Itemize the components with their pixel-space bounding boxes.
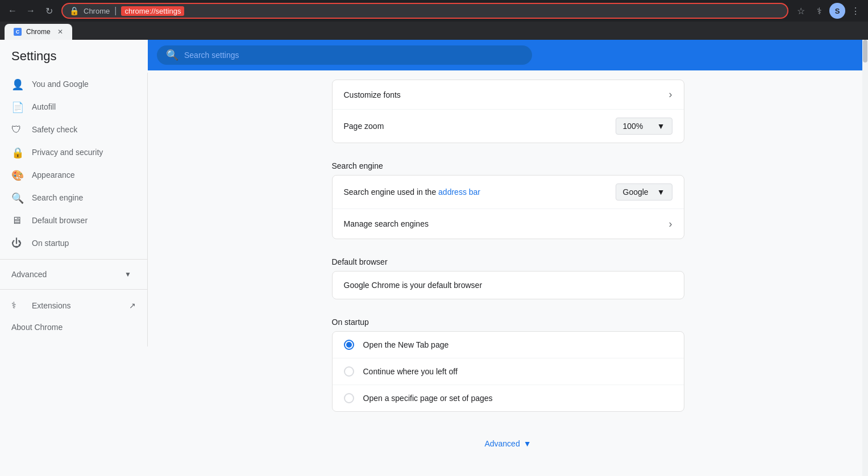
default-browser-section-title: Default browser — [332, 248, 684, 271]
search-engine-value: Google — [623, 187, 649, 197]
active-tab[interactable]: C Chrome ✕ — [5, 24, 72, 40]
appearance-card: Customize fonts › Page zoom 100% ▼ — [332, 80, 684, 143]
startup-option-continue[interactable]: Continue where you left off — [333, 358, 684, 385]
extensions-button[interactable]: ⚕ — [811, 3, 827, 19]
sidebar-label-appearance: Appearance — [32, 170, 75, 179]
page-zoom-dropdown-arrow: ▼ — [657, 122, 665, 131]
sidebar-label-on-startup: On startup — [32, 239, 69, 248]
default-browser-text: Google Chrome is your default browser — [344, 281, 483, 290]
settings-title: Settings — [11, 49, 57, 63]
startup-specific-page-label: Open a specific page or set of pages — [363, 394, 493, 403]
tab-close[interactable]: ✕ — [57, 28, 63, 36]
address-bar[interactable]: 🔒 Chrome | chrome://settings — [61, 3, 788, 19]
back-button[interactable]: ← — [5, 3, 20, 19]
shield-icon: 🛡 — [11, 124, 23, 135]
customize-fonts-row[interactable]: Customize fonts › — [333, 80, 684, 110]
startup-continue-label: Continue where you left off — [363, 367, 458, 376]
reload-button[interactable]: ↻ — [41, 3, 57, 19]
tab-title: Chrome — [26, 28, 51, 36]
startup-option-new-tab[interactable]: Open the New Tab page — [333, 332, 684, 358]
sidebar-label-you-and-google: You and Google — [32, 80, 89, 89]
browser-icon: 🖥 — [11, 215, 23, 226]
search-engine-card: Search engine used in the address bar Go… — [332, 175, 684, 239]
radio-inner-new-tab — [346, 342, 352, 348]
sidebar-label-autofill: Autofill — [32, 102, 56, 111]
nav-divider-1 — [0, 259, 147, 260]
nav-divider-2 — [0, 289, 147, 290]
sidebar-label-privacy-security: Privacy and security — [32, 148, 103, 157]
page-zoom-label: Page zoom — [344, 122, 616, 131]
sidebar-item-about-chrome[interactable]: About Chrome — [0, 317, 143, 337]
bookmark-button[interactable]: ☆ — [793, 3, 809, 19]
sidebar-label-safety-check: Safety check — [32, 125, 77, 134]
customize-fonts-arrow: › — [669, 89, 672, 101]
profile-avatar[interactable]: S — [829, 3, 845, 19]
person-icon: 👤 — [11, 78, 23, 90]
search-input[interactable] — [184, 51, 523, 60]
tab-favicon: C — [14, 28, 22, 36]
page-zoom-value: 100% — [623, 122, 643, 131]
sidebar-item-default-browser[interactable]: 🖥 Default browser — [0, 209, 143, 232]
radio-specific-page[interactable] — [344, 393, 354, 403]
sidebar: 👤 You and Google 📄 Autofill 🛡 Safety che… — [0, 73, 148, 346]
sidebar-item-advanced[interactable]: Advanced ▼ — [0, 264, 143, 285]
search-engine-label: Search engine used in the address bar — [344, 187, 616, 197]
advanced-button-arrow: ▼ — [524, 439, 531, 448]
on-startup-section-title: On startup — [332, 308, 684, 331]
search-engine-dropdown[interactable]: Google ▼ — [616, 183, 672, 201]
page-zoom-row: Page zoom 100% ▼ — [333, 110, 684, 143]
browser-chrome: ← → ↻ 🔒 Chrome | chrome://settings ☆ ⚕ S… — [0, 0, 868, 22]
startup-new-tab-label: Open the New Tab page — [363, 340, 449, 349]
content-area: Customize fonts › Page zoom 100% ▼ Searc… — [148, 70, 868, 476]
sidebar-label-extensions: Extensions — [32, 301, 70, 310]
palette-icon: 🎨 — [11, 169, 23, 181]
extensions-nav-icon: ⚕ — [11, 300, 23, 311]
sidebar-item-extensions[interactable]: ⚕ Extensions ↗ — [0, 294, 147, 317]
radio-continue[interactable] — [344, 366, 354, 377]
address-bar-link[interactable]: address bar — [438, 187, 480, 197]
manage-engines-arrow: › — [669, 218, 672, 230]
sidebar-label-advanced: Advanced — [11, 270, 47, 279]
search-engine-label-prefix: Search engine used in the — [344, 187, 437, 197]
sidebar-item-appearance[interactable]: 🎨 Appearance — [0, 164, 143, 186]
startup-option-specific-page[interactable]: Open a specific page or set of pages — [333, 385, 684, 411]
forward-button[interactable]: → — [23, 3, 39, 19]
app-layout: Settings 👤 You and Google 📄 Autofill 🛡 S… — [0, 40, 868, 476]
scrollbar-track[interactable] — [862, 40, 868, 476]
nav-buttons: ← → ↻ — [5, 3, 57, 19]
sidebar-item-on-startup[interactable]: ⏻ On startup — [0, 232, 143, 254]
manage-search-engines-row[interactable]: Manage search engines › — [333, 209, 684, 239]
radio-new-tab[interactable] — [344, 340, 354, 350]
advanced-expand-arrow: ▼ — [124, 270, 131, 278]
content-column: 🔍 Customize fonts › Page zoom 100% — [148, 40, 868, 476]
sidebar-label-about-chrome: About Chrome — [11, 323, 63, 332]
advanced-button[interactable]: Advanced ▼ — [475, 435, 540, 453]
advanced-button-label: Advanced — [484, 439, 520, 448]
sidebar-item-privacy-security[interactable]: 🔒 Privacy and security — [0, 141, 143, 164]
security-icon: 🔒 — [69, 6, 79, 15]
customize-fonts-label: Customize fonts — [344, 90, 669, 99]
sidebar-item-you-and-google[interactable]: 👤 You and Google — [0, 73, 143, 95]
search-wrapper[interactable]: 🔍 — [157, 45, 532, 65]
menu-button[interactable]: ⋮ — [848, 3, 863, 19]
page-zoom-dropdown[interactable]: 100% ▼ — [616, 118, 672, 135]
sidebar-item-safety-check[interactable]: 🛡 Safety check — [0, 118, 143, 141]
site-name: Chrome — [84, 7, 110, 15]
lock-icon: 🔒 — [11, 147, 23, 158]
autofill-icon: 📄 — [11, 101, 23, 112]
search-icon: 🔍 — [11, 192, 23, 203]
toolbar-icons: ☆ ⚕ S ⋮ — [793, 3, 863, 19]
content-inner: Customize fonts › Page zoom 100% ▼ Searc… — [321, 70, 696, 476]
external-link-icon: ↗ — [129, 301, 136, 310]
scrollbar-thumb[interactable] — [863, 40, 867, 62]
address-url: chrome://settings — [121, 6, 184, 16]
sidebar-item-autofill[interactable]: 📄 Autofill — [0, 95, 143, 118]
sidebar-item-search-engine[interactable]: 🔍 Search engine — [0, 186, 143, 209]
tab-bar: C Chrome ✕ — [0, 22, 868, 40]
search-engine-dropdown-arrow: ▼ — [657, 187, 665, 197]
sidebar-label-search-engine: Search engine — [32, 193, 83, 202]
on-startup-card: Open the New Tab page Continue where you… — [332, 331, 684, 412]
power-icon: ⏻ — [11, 237, 23, 249]
search-bar-area: 🔍 — [148, 40, 868, 70]
sidebar-container: Settings 👤 You and Google 📄 Autofill 🛡 S… — [0, 40, 148, 476]
